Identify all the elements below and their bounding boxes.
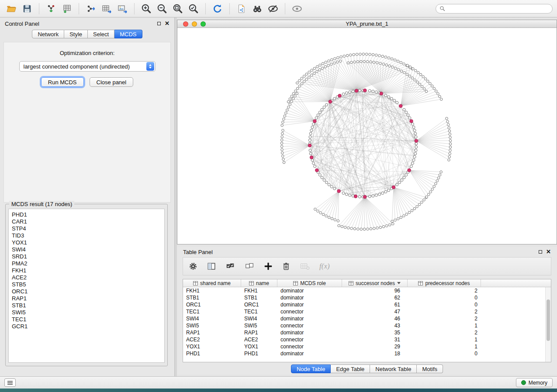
- search-input[interactable]: [447, 6, 549, 12]
- mcds-result-list[interactable]: PHD1CAR1STP4TID3YOX1SWI4SRD1PMA2FKH1ACE2…: [8, 209, 165, 363]
- criterion-dropdown[interactable]: largest connected component (undirected): [19, 61, 156, 72]
- zoom-fit-icon: [172, 3, 183, 14]
- network-window-titlebar: YPA_prune.txt_1: [177, 20, 557, 28]
- column-header-mcds-role[interactable]: MCDS role: [277, 279, 342, 287]
- zoom-fit-button[interactable]: [171, 2, 185, 15]
- eye-icon: [291, 3, 303, 14]
- tab-select[interactable]: Select: [88, 30, 114, 38]
- result-node[interactable]: PMA2: [12, 260, 164, 267]
- add-icon[interactable]: [263, 261, 273, 271]
- table-cell: 43: [342, 322, 408, 329]
- export-network-button[interactable]: [84, 2, 98, 15]
- column-header-shared-name[interactable]: shared name: [183, 279, 241, 287]
- network-canvas[interactable]: [177, 28, 557, 244]
- table-row[interactable]: YOX1YOX1connector291: [183, 343, 545, 350]
- table-row[interactable]: FKH1FKH1dominator962: [183, 287, 545, 294]
- scrollbar-thumb[interactable]: [547, 299, 550, 341]
- table-cell: 31: [342, 336, 408, 343]
- toolbar-divider: [134, 3, 135, 14]
- export-network-icon: [86, 3, 96, 14]
- result-node[interactable]: ACE2: [12, 274, 164, 281]
- table-header-row: shared name name MCDS role successor nod…: [183, 279, 551, 287]
- table-cell: 18: [342, 350, 408, 357]
- eye-slash-icon: [267, 3, 279, 14]
- zoom-out-button[interactable]: [155, 2, 169, 15]
- result-node[interactable]: STB1: [12, 302, 164, 309]
- tab-style[interactable]: Style: [64, 30, 88, 38]
- save-icon: [22, 4, 32, 14]
- close-panel-icon[interactable]: ✕: [165, 21, 170, 26]
- memory-button[interactable]: Memory: [516, 378, 553, 387]
- find-button[interactable]: [250, 2, 264, 15]
- show-columns-icon[interactable]: [207, 261, 216, 271]
- table-cell: 1: [408, 322, 481, 329]
- export-web-button[interactable]: [235, 2, 249, 15]
- result-node[interactable]: STP4: [12, 225, 164, 232]
- table-cell: dominator: [277, 315, 342, 322]
- result-node[interactable]: SWI5: [12, 309, 164, 316]
- import-table-button[interactable]: [60, 2, 74, 15]
- result-node[interactable]: STB5: [12, 281, 164, 288]
- export-image-button[interactable]: [115, 2, 129, 15]
- close-panel-button[interactable]: Close panel: [90, 77, 134, 87]
- import-network-button[interactable]: [44, 2, 58, 15]
- table-row[interactable]: ACE2ACE2connector311: [183, 336, 545, 343]
- result-node[interactable]: YOX1: [12, 239, 164, 246]
- table-cell: SWI4: [241, 315, 277, 322]
- column-label: MCDS role: [300, 280, 326, 286]
- search-field[interactable]: [436, 4, 553, 14]
- network-graph[interactable]: [177, 28, 557, 244]
- gear-icon[interactable]: [188, 261, 198, 271]
- result-node[interactable]: CAR1: [12, 218, 164, 225]
- table-cell: 2: [408, 329, 481, 336]
- table-cell: 0: [408, 294, 481, 301]
- table-row[interactable]: ORC1ORC1dominator610: [183, 301, 545, 308]
- result-node[interactable]: PHD1: [12, 211, 164, 218]
- preferred-layout-button[interactable]: [211, 2, 225, 15]
- table-row[interactable]: SWI4SWI4dominator462: [183, 315, 545, 322]
- float-panel-icon[interactable]: [157, 22, 161, 25]
- table-row[interactable]: RAP1RAP1dominator352: [183, 329, 545, 336]
- result-node[interactable]: SRD1: [12, 253, 164, 260]
- close-table-panel-icon[interactable]: ✕: [546, 250, 551, 254]
- sort-descending-icon[interactable]: [397, 282, 401, 284]
- table-row[interactable]: SWI5SWI5connector431: [183, 322, 545, 329]
- save-session-button[interactable]: [20, 2, 34, 15]
- table-row[interactable]: TEC1TEC1connector472: [183, 308, 545, 315]
- table-scrollbar[interactable]: [545, 287, 551, 362]
- zoom-in-button[interactable]: [139, 2, 153, 15]
- tab-motifs[interactable]: Motifs: [417, 364, 443, 373]
- result-node[interactable]: TEC1: [12, 316, 164, 323]
- mcds-tab-surface: Optimization criterion: largest connecte…: [3, 42, 171, 203]
- column-grip-icon: [193, 281, 198, 285]
- show-details-button[interactable]: [290, 2, 304, 15]
- tab-node-table[interactable]: Node Table: [291, 364, 331, 373]
- result-node[interactable]: SWI4: [12, 246, 164, 253]
- tab-network-table[interactable]: Network Table: [370, 364, 417, 373]
- open-session-button[interactable]: [4, 2, 18, 15]
- result-node[interactable]: TID3: [12, 232, 164, 239]
- column-header-successor-nodes[interactable]: successor nodes: [342, 279, 408, 287]
- float-table-panel-icon[interactable]: [539, 250, 542, 254]
- task-history-button[interactable]: [4, 378, 16, 387]
- deselect-all-icon[interactable]: [244, 261, 255, 271]
- run-mcds-button[interactable]: Run MCDS: [41, 77, 84, 87]
- result-node[interactable]: FKH1: [12, 267, 164, 274]
- column-header-name[interactable]: name: [241, 279, 277, 287]
- export-table-button[interactable]: [100, 2, 114, 15]
- result-node[interactable]: GCR1: [12, 323, 164, 330]
- result-node[interactable]: RAP1: [12, 295, 164, 302]
- tab-mcds[interactable]: MCDS: [114, 30, 142, 38]
- table-row[interactable]: PHD1PHD1dominator180: [183, 350, 545, 357]
- delete-icon[interactable]: [282, 261, 291, 271]
- tab-edge-table[interactable]: Edge Table: [331, 364, 370, 373]
- table-cell: RAP1: [183, 329, 241, 336]
- column-header-predecessor-nodes[interactable]: predecessor nodes: [408, 279, 481, 287]
- memory-status-icon: [521, 380, 526, 385]
- select-all-icon[interactable]: [225, 261, 235, 271]
- table-row[interactable]: STB1STB1dominator620: [183, 294, 545, 301]
- zoom-selected-button[interactable]: [187, 2, 201, 15]
- hide-details-button[interactable]: [266, 2, 280, 15]
- result-node[interactable]: ORC1: [12, 288, 164, 295]
- tab-network[interactable]: Network: [32, 30, 64, 38]
